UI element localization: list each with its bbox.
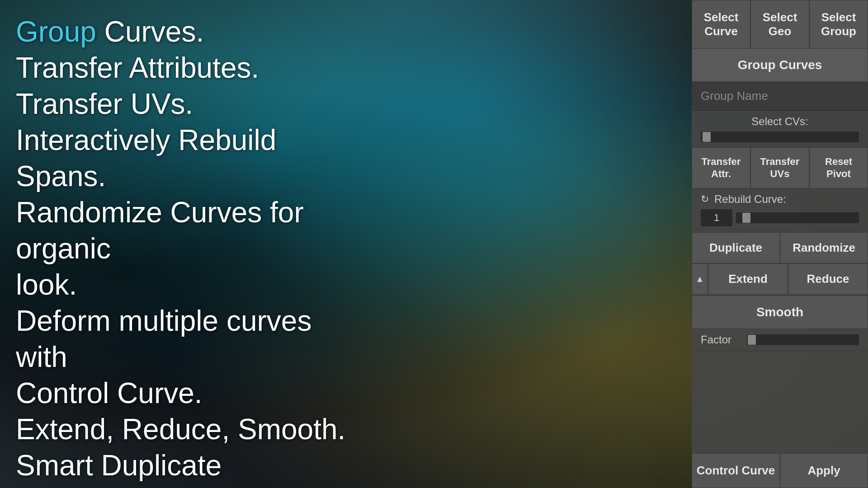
top-select-row: Select Curve Select Geo Select Group [692,0,868,49]
control-curve-button[interactable]: Control Curve [692,453,780,488]
reduce-button[interactable]: Reduce [788,263,868,295]
line11: and more [16,485,138,488]
cv-slider-thumb[interactable] [703,132,711,142]
line2: Transfer Attributes. [16,52,259,84]
line9: Extend, Reduce, Smooth. [16,413,345,446]
left-panel: Group Curves. Transfer Attributes. Trans… [16,14,368,488]
line6: look. [16,268,77,301]
select-group-button[interactable]: Select Group [809,0,868,49]
extend-button[interactable]: Extend [708,263,788,295]
line1-rest: Curves. [96,15,204,48]
group-name-input[interactable] [692,82,868,111]
randomize-button[interactable]: Randomize [780,232,868,263]
transfer-attr-button[interactable]: Transfer Attr. [692,147,750,188]
duplicate-button[interactable]: Duplicate [692,232,780,263]
reset-pivot-button[interactable]: Reset Pivot [809,147,868,188]
line3: Transfer UVs. [16,88,193,120]
rebuild-section: ↻ Rebuild Curve: [692,188,868,229]
factor-slider-track[interactable] [747,334,859,345]
factor-slider-thumb[interactable] [748,335,756,345]
rebuild-label: Rebuild Curve: [714,193,786,206]
transfer-uvs-button[interactable]: Transfer UVs [750,147,809,188]
group-curves-button[interactable]: Group Curves [692,49,868,82]
rebuild-slider-track[interactable] [736,212,859,223]
select-geo-button[interactable]: Select Geo [750,0,809,49]
divider-3 [692,351,868,351]
smooth-button[interactable]: Smooth [692,296,868,329]
rebuild-value-input[interactable] [701,209,732,226]
line5: Randomize Curves for organic [16,196,304,265]
collapse-arrow[interactable]: ▲ [692,263,708,295]
main-text-block: Group Curves. Transfer Attributes. Trans… [16,14,368,488]
select-cvs-row: Select CVs: [692,111,868,130]
factor-label: Factor [701,333,741,346]
ext-red-row: ▲ Extend Reduce [692,263,868,295]
bottom-row: Control Curve Apply [692,453,868,488]
line4: Interactively Rebuild Spans. [16,124,276,192]
line7: Deform multiple curves with [16,305,311,373]
apply-button[interactable]: Apply [780,453,868,488]
line8: Control Curve. [16,377,203,409]
line10: Smart Duplicate [16,449,222,482]
refresh-icon[interactable]: ↻ [701,193,709,205]
dup-rand-row: Duplicate Randomize [692,230,868,263]
rebuild-slider-row [701,209,859,226]
cv-slider-track[interactable] [701,131,859,142]
transfer-row: Transfer Attr. Transfer UVs Reset Pivot [692,147,868,188]
highlight-group: Group [16,15,96,48]
right-panel: Select Curve Select Geo Select Group Gro… [692,0,868,488]
factor-row: Factor [692,329,868,351]
cv-slider-container [692,130,868,147]
rebuild-slider-thumb[interactable] [742,213,750,223]
select-cvs-label: Select CVs: [701,115,859,128]
rebuild-header: ↻ Rebuild Curve: [701,193,859,206]
select-curve-button[interactable]: Select Curve [692,0,750,49]
